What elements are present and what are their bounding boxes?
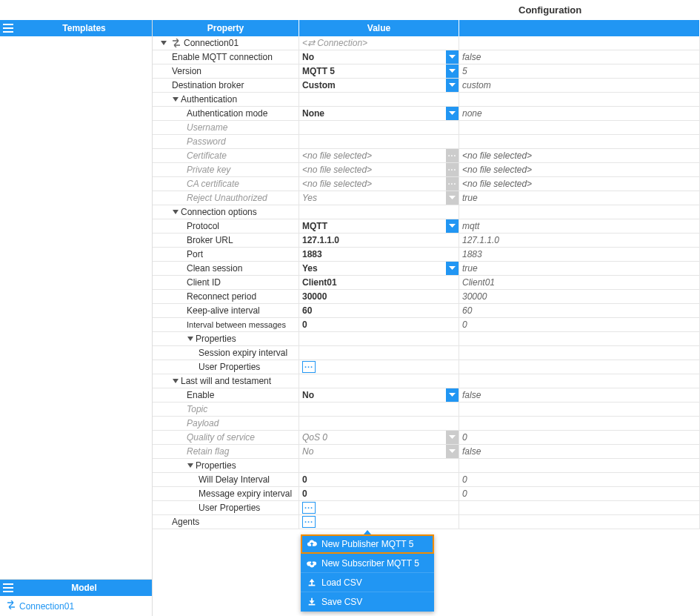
menu-load-csv[interactable]: Load CSV xyxy=(301,573,434,592)
dropdown-button[interactable] xyxy=(446,219,459,233)
dropdown-button[interactable] xyxy=(446,431,459,444)
row-connection[interactable]: Connection01 <⇄ Connection> xyxy=(153,36,700,50)
row-authentication[interactable]: Authentication xyxy=(153,93,700,107)
row-user-properties-2[interactable]: User Properties ··· xyxy=(153,501,700,515)
value: <no file selected> xyxy=(302,179,372,189)
row-retain-flag[interactable]: Retain flag No false xyxy=(153,445,700,459)
label: Will Delay Interval xyxy=(199,474,270,485)
hamburger-icon[interactable] xyxy=(0,580,16,596)
dropdown-button[interactable] xyxy=(446,445,459,458)
label: Protocol xyxy=(187,221,219,231)
row-interval-between-messages[interactable]: Interval between messages 0 0 xyxy=(153,318,700,332)
default: 5 xyxy=(462,66,467,76)
label: Retain flag xyxy=(187,446,229,457)
row-auth-mode[interactable]: Authentication mode None none xyxy=(153,107,700,121)
dropdown-button[interactable] xyxy=(446,79,459,92)
label: Broker URL xyxy=(187,235,233,245)
dropdown-button[interactable] xyxy=(446,64,459,78)
default: custom xyxy=(462,80,491,90)
model-item-connection01[interactable]: Connection01 xyxy=(3,599,152,613)
row-session-expiry[interactable]: Session expiry interval xyxy=(153,346,700,360)
row-reconnect-period[interactable]: Reconnect period 30000 30000 xyxy=(153,290,700,304)
menu-label: Save CSV xyxy=(321,597,362,607)
expand-icon[interactable] xyxy=(172,377,179,385)
menu-new-publisher[interactable]: New Publisher MQTT 5 xyxy=(301,534,434,554)
row-password[interactable]: Password xyxy=(153,135,700,149)
dropdown-button[interactable] xyxy=(446,50,459,64)
model-panel-header: Model xyxy=(0,580,152,596)
row-enable-mqtt[interactable]: Enable MQTT connection No false xyxy=(153,50,700,64)
dropdown-button[interactable] xyxy=(446,262,459,275)
value: No xyxy=(302,52,314,62)
default: false xyxy=(462,446,481,457)
row-qos[interactable]: Quality of service QoS 0 0 xyxy=(153,431,700,445)
row-protocol[interactable]: Protocol MQTT mqtt xyxy=(153,219,700,234)
label: Interval between messages xyxy=(187,320,286,329)
expand-icon[interactable] xyxy=(187,462,194,469)
label: Private key xyxy=(187,165,230,175)
expand-icon[interactable] xyxy=(172,208,179,216)
expand-icon[interactable] xyxy=(160,39,167,47)
row-private-key[interactable]: Private key <no file selected> ··· <no f… xyxy=(153,163,700,177)
row-lwt[interactable]: Last will and testament xyxy=(153,374,700,388)
browse-button[interactable]: ··· xyxy=(446,149,459,162)
row-version[interactable]: Version MQTT 5 5 xyxy=(153,64,700,79)
browse-button[interactable]: ··· xyxy=(446,177,459,191)
row-agents[interactable]: Agents ··· xyxy=(153,515,700,529)
row-payload[interactable]: Payload xyxy=(153,417,700,431)
ellipsis-button[interactable]: ··· xyxy=(302,361,316,373)
label: CA certificate xyxy=(187,179,239,189)
connection-icon xyxy=(171,39,181,47)
value: <no file selected> xyxy=(302,150,372,161)
value: No xyxy=(302,390,314,400)
label: Version xyxy=(172,66,201,76)
row-port[interactable]: Port 1883 1883 xyxy=(153,248,700,262)
row-keepalive[interactable]: Keep-alive interval 60 60 xyxy=(153,304,700,318)
row-ca-certificate[interactable]: CA certificate <no file selected> ··· <n… xyxy=(153,177,700,191)
menu-new-subscriber[interactable]: New Subscriber MQTT 5 xyxy=(301,554,434,573)
grid-body: Connection01 <⇄ Connection> Enable MQTT … xyxy=(153,36,700,529)
row-lwt-enable[interactable]: Enable No false xyxy=(153,388,700,403)
templates-title: Templates xyxy=(16,23,152,33)
dropdown-button[interactable] xyxy=(446,107,459,120)
templates-body xyxy=(0,36,152,579)
ellipsis-button[interactable]: ··· xyxy=(302,516,316,528)
default: <no file selected> xyxy=(462,165,532,175)
menu-save-csv[interactable]: Save CSV xyxy=(301,592,434,612)
default: <no file selected> xyxy=(462,150,532,161)
ellipsis-button[interactable]: ··· xyxy=(302,502,316,514)
row-properties-1[interactable]: Properties xyxy=(153,332,700,346)
row-will-delay[interactable]: Will Delay Interval 0 0 xyxy=(153,473,700,487)
dropdown-button[interactable] xyxy=(446,191,459,205)
default: 0 xyxy=(462,319,467,330)
value: 0 xyxy=(302,474,307,485)
label: Enable MQTT connection xyxy=(172,52,273,62)
row-reject-unauthorized[interactable]: Reject Unauthorized Yes true xyxy=(153,191,700,205)
row-connection-options[interactable]: Connection options xyxy=(153,205,700,219)
expand-icon[interactable] xyxy=(172,96,179,103)
row-topic[interactable]: Topic xyxy=(153,403,700,417)
row-message-expiry[interactable]: Message expiry interval 0 0 xyxy=(153,487,700,501)
value: MQTT xyxy=(302,221,327,231)
dropdown-button[interactable] xyxy=(446,388,459,402)
browse-button[interactable]: ··· xyxy=(446,163,459,176)
default: <no file selected> xyxy=(462,179,532,189)
value: 30000 xyxy=(302,291,327,302)
default: 1883 xyxy=(462,249,482,259)
row-user-properties-1[interactable]: User Properties ··· xyxy=(153,360,700,374)
row-client-id[interactable]: Client ID Client01 Client01 xyxy=(153,276,700,290)
default: mqtt xyxy=(462,221,479,231)
row-properties-2[interactable]: Properties xyxy=(153,459,700,473)
col-default xyxy=(459,20,700,36)
row-clean-session[interactable]: Clean session Yes true xyxy=(153,262,700,276)
row-broker-url[interactable]: Broker URL 127.1.1.0 127.1.1.0 xyxy=(153,234,700,248)
value: MQTT 5 xyxy=(302,66,335,76)
hamburger-icon[interactable] xyxy=(0,20,16,36)
label: Client ID xyxy=(187,277,221,288)
row-destination-broker[interactable]: Destination broker Custom custom xyxy=(153,79,700,93)
row-username[interactable]: Username xyxy=(153,121,700,135)
label: Properties xyxy=(196,460,236,471)
model-body: Connection01 xyxy=(0,596,152,616)
row-certificate[interactable]: Certificate <no file selected> ··· <no f… xyxy=(153,149,700,163)
expand-icon[interactable] xyxy=(187,335,194,342)
